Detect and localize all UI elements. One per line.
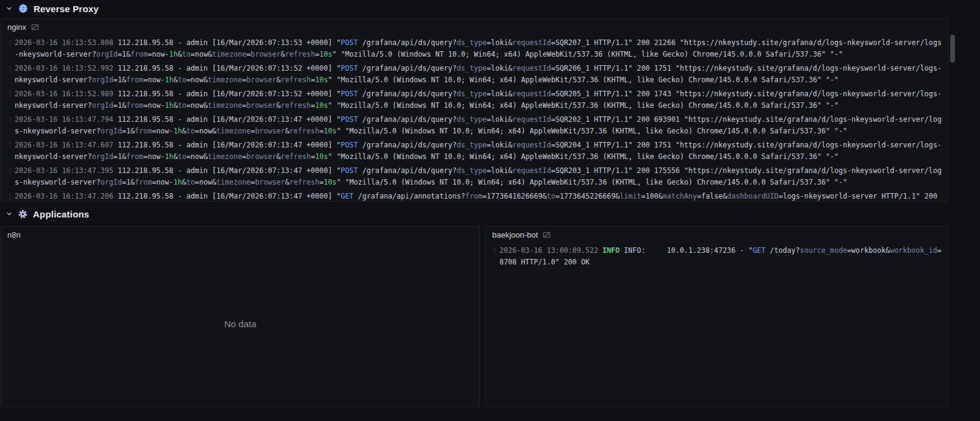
log-row[interactable]: ⋮2026-03-16 16:13:47.395 112.218.95.58 -… [7, 165, 944, 188]
panel-n8n: n8n No data [1, 226, 480, 407]
log-list-baekjoon-bot: ⋮2026-03-16 13:00:09.522 INFO INFO: 10.0… [486, 242, 948, 268]
chevron-down-icon[interactable] [5, 5, 13, 12]
panel-title[interactable]: baekjoon-bot [492, 230, 538, 239]
panel-baekjoon-bot: baekjoon-bot ⋮2026-03-16 13:00:09.522 IN… [485, 226, 948, 407]
gear-icon [18, 210, 27, 219]
log-row[interactable]: ⋮2026-03-16 16:13:47.794 112.218.95.58 -… [7, 114, 944, 137]
log-row-menu-icon[interactable]: ⋮ [7, 114, 15, 137]
log-line: 2026-03-16 13:00:09.522 INFO INFO: 10.0.… [499, 245, 944, 268]
log-list-nginx: ⋮2026-03-16 16:13:53.808 112.218.95.58 -… [1, 34, 948, 202]
page-scrollbar[interactable] [950, 0, 955, 421]
log-row[interactable]: ⋮2026-03-16 13:00:09.522 INFO INFO: 10.0… [492, 245, 944, 268]
panel-nginx: nginx ⋮2026-03-16 16:13:53.808 112.218.9… [1, 18, 948, 202]
row-title: Applications [33, 209, 89, 219]
globe-icon [18, 4, 28, 13]
log-row-menu-icon[interactable]: ⋮ [7, 165, 15, 188]
row-title: Reverse Proxy [34, 4, 99, 14]
log-line: 2026-03-16 16:13:52.989 112.218.95.58 - … [15, 88, 944, 111]
log-line: 2026-03-16 16:13:47.395 112.218.95.58 - … [15, 165, 944, 188]
log-row[interactable]: ⋮2026-03-16 16:13:52.989 112.218.95.58 -… [7, 88, 944, 111]
chevron-down-icon[interactable] [5, 210, 13, 218]
log-row-menu-icon[interactable]: ⋮ [7, 191, 15, 202]
no-data-message: No data [1, 241, 479, 406]
log-line: 2026-03-16 16:13:47.607 112.218.95.58 - … [15, 140, 944, 163]
panel-title[interactable]: nginx [7, 23, 26, 32]
log-row-menu-icon[interactable]: ⋮ [7, 37, 15, 60]
panel-status-icon[interactable] [543, 231, 551, 239]
log-row[interactable]: ⋮2026-03-16 16:13:52.992 112.218.95.58 -… [7, 63, 944, 86]
log-row[interactable]: ⋮2026-03-16 16:13:47.607 112.218.95.58 -… [7, 140, 944, 163]
page-scrollbar-thumb[interactable] [950, 35, 955, 63]
panel-status-icon[interactable] [31, 23, 39, 31]
panel-title[interactable]: n8n [7, 230, 21, 239]
log-row-menu-icon[interactable]: ⋮ [7, 140, 15, 163]
row-header-applications[interactable]: Applications [0, 205, 89, 222]
log-line: 2026-03-16 16:13:53.808 112.218.95.58 - … [15, 37, 944, 60]
log-row-menu-icon[interactable]: ⋮ [492, 245, 499, 268]
log-row[interactable]: ⋮2026-03-16 16:13:53.808 112.218.95.58 -… [7, 37, 944, 60]
panel-baekjoon-bot-header[interactable]: baekjoon-bot [486, 227, 948, 242]
log-row[interactable]: ⋮2026-03-16 16:13:47.206 112.218.95.58 -… [7, 191, 944, 202]
row-header-reverse-proxy[interactable]: Reverse Proxy [0, 0, 99, 17]
log-row-menu-icon[interactable]: ⋮ [7, 63, 15, 86]
panel-nginx-header[interactable]: nginx [1, 19, 948, 34]
log-line: 2026-03-16 16:13:47.206 112.218.95.58 - … [15, 191, 944, 202]
log-line: 2026-03-16 16:13:47.794 112.218.95.58 - … [15, 114, 944, 137]
panel-n8n-header[interactable]: n8n [1, 227, 479, 242]
log-row-menu-icon[interactable]: ⋮ [7, 88, 15, 111]
log-line: 2026-03-16 16:13:52.992 112.218.95.58 - … [15, 63, 944, 86]
